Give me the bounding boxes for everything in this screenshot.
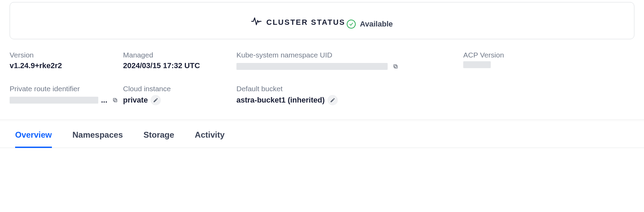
- cluster-status-card: CLUSTER STATUS Available: [10, 2, 634, 39]
- field-value-text: private: [123, 96, 148, 105]
- field-default-bucket: Default bucket astra-bucket1 (inherited): [236, 85, 463, 105]
- field-label: Managed: [123, 51, 236, 59]
- field-version: Version v1.24.9+rke2r2: [10, 51, 123, 72]
- field-label: Kube-system namespace UID: [236, 51, 463, 59]
- edit-icon[interactable]: [327, 95, 338, 105]
- field-value: [463, 61, 539, 68]
- svg-rect-0: [395, 65, 397, 68]
- field-value: [236, 61, 463, 72]
- copy-icon[interactable]: [390, 61, 401, 72]
- tabs-row: Overview Namespaces Storage Activity: [0, 122, 644, 148]
- edit-icon[interactable]: [151, 95, 161, 105]
- redacted-value: [10, 97, 98, 104]
- field-label: ACP Version: [463, 51, 539, 59]
- field-value: 2024/03/15 17:32 UTC: [123, 61, 236, 70]
- cluster-status-title-row: CLUSTER STATUS: [251, 16, 345, 29]
- heartbeat-icon: [251, 16, 262, 29]
- tab-namespaces[interactable]: Namespaces: [73, 130, 123, 148]
- field-acp-version: ACP Version: [463, 51, 539, 72]
- field-value: private: [123, 95, 236, 105]
- field-label: Version: [10, 51, 123, 59]
- tab-storage[interactable]: Storage: [144, 130, 174, 148]
- field-managed: Managed 2024/03/15 17:32 UTC: [123, 51, 236, 72]
- field-value: v1.24.9+rke2r2: [10, 61, 123, 70]
- truncation-ellipsis: ...: [101, 96, 107, 105]
- section-divider: [0, 119, 644, 122]
- redacted-value: [236, 63, 388, 70]
- field-empty: [463, 85, 539, 105]
- cluster-status-value-row: Available: [347, 20, 393, 29]
- field-value: astra-bucket1 (inherited): [236, 95, 463, 105]
- field-private-route: Private route identifier ...: [10, 85, 123, 105]
- svg-rect-1: [394, 65, 397, 67]
- svg-rect-2: [114, 99, 117, 102]
- copy-icon[interactable]: [110, 95, 120, 105]
- check-circle-icon: [347, 20, 356, 29]
- field-label: Default bucket: [236, 85, 463, 93]
- cluster-status-title: CLUSTER STATUS: [266, 18, 345, 27]
- field-label: Cloud instance: [123, 85, 236, 93]
- tab-activity[interactable]: Activity: [195, 130, 225, 148]
- tab-overview[interactable]: Overview: [15, 130, 52, 148]
- cluster-status-value: Available: [360, 20, 393, 29]
- field-label: Private route identifier: [10, 85, 123, 93]
- field-value-text: astra-bucket1 (inherited): [236, 96, 325, 105]
- details-grid: Version v1.24.9+rke2r2 Managed 2024/03/1…: [0, 39, 644, 119]
- field-value: ...: [10, 95, 123, 105]
- svg-rect-3: [113, 98, 116, 101]
- field-cloud-instance: Cloud instance private: [123, 85, 236, 105]
- field-kube-uid: Kube-system namespace UID: [236, 51, 463, 72]
- redacted-value: [463, 61, 491, 68]
